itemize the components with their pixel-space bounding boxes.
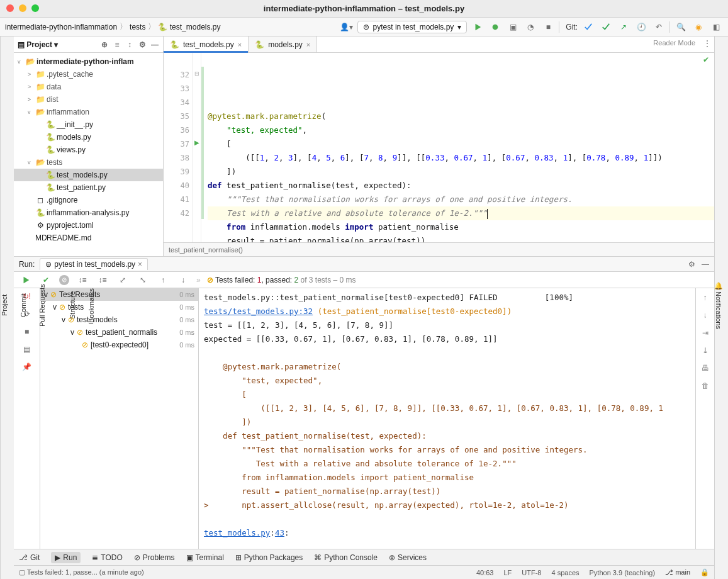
scroll-end-icon[interactable]: ⤓ [702, 346, 708, 355]
breadcrumb-item[interactable]: tests [130, 23, 145, 31]
test-results-tree[interactable]: v⊘Test Results0 msv⊘tests0 msv⊘test_mode… [40, 288, 199, 549]
indent-setting[interactable]: 4 spaces [551, 569, 579, 576]
editor-tab-models[interactable]: 🐍 models.py × [249, 37, 317, 52]
run-panel-tab[interactable]: ⊜ pytest in test_models.py × [40, 258, 148, 270]
close-icon[interactable]: × [138, 260, 142, 269]
interpreter[interactable]: Python 3.9 (teaching) [590, 569, 656, 576]
stop-tests-button[interactable]: ■ [25, 327, 29, 336]
sort-button[interactable]: ↕≡ [76, 273, 89, 287]
toggle-ignored-button[interactable]: ⊘ [59, 275, 69, 285]
run-button[interactable] [471, 20, 484, 34]
tree-row[interactable]: v📂intermediate-python-inflam [14, 55, 163, 68]
profile-button[interactable]: ◔ [524, 20, 537, 34]
tool-services[interactable]: ⊚ Services [389, 553, 427, 562]
tree-row[interactable]: ⚙︎pyproject.toml [14, 219, 163, 232]
breadcrumb-item[interactable]: 🐍 test_models.py [158, 23, 220, 31]
caret-position[interactable]: 40:63 [476, 569, 494, 576]
tree-row[interactable]: MDREADME.md [14, 232, 163, 244]
zoom-icon[interactable] [31, 4, 39, 12]
tool-notifications[interactable]: 🔔 Notifications [715, 279, 723, 332]
hide-icon[interactable]: — [702, 260, 709, 269]
tree-row[interactable]: v📂inflammation [14, 106, 163, 118]
tool-python-console[interactable]: ⌘ Python Console [314, 553, 378, 562]
scroll-up-icon[interactable]: ↑ [703, 293, 707, 302]
ide-update-button[interactable]: ◉ [692, 20, 705, 34]
expand-icon[interactable]: ≡ [113, 40, 121, 49]
scroll-down-icon[interactable]: ↓ [703, 311, 707, 320]
print-icon[interactable]: 🖶 [702, 364, 709, 373]
run-configuration-selector[interactable]: ⊜ pytest in test_models.py ▾ [357, 21, 468, 33]
user-icon[interactable]: 👤▾ [340, 20, 354, 34]
test-tree-row[interactable]: ⊘[test0-expected0]0 ms [40, 339, 198, 351]
tool-pull-requests[interactable]: Pull Requests [38, 281, 46, 329]
breadcrumb-item[interactable]: intermediate-python-inflammation [5, 23, 117, 31]
tool-commit[interactable]: Commit [20, 291, 27, 320]
layout-button[interactable]: ▤ [23, 345, 30, 354]
collapse-icon[interactable]: ↕ [125, 40, 134, 49]
tool-bookmarks[interactable]: Bookmarks [87, 285, 95, 325]
tool-python-packages[interactable]: ⊞ Python Packages [235, 553, 303, 562]
tabs-menu-icon[interactable]: ⋮ [700, 37, 714, 50]
gear-icon[interactable]: ⚙ [138, 40, 147, 49]
tree-row[interactable]: 🐍__init__.py [14, 118, 163, 131]
line-separator[interactable]: LF [503, 569, 512, 576]
tool-problems[interactable]: ⊘ Problems [134, 553, 175, 562]
tree-row[interactable]: 🐍test_patient.py [14, 181, 163, 194]
tool-todo[interactable]: ≣ TODO [92, 553, 122, 562]
close-icon[interactable]: × [238, 41, 242, 48]
vcs-rollback-button[interactable]: ↶ [652, 20, 666, 34]
target-icon[interactable]: ⊕ [100, 40, 109, 49]
close-icon[interactable]: × [306, 41, 310, 48]
tool-terminal[interactable]: ▣ Terminal [186, 553, 224, 562]
soft-wrap-icon[interactable]: ⇥ [702, 329, 708, 337]
collapse-all-button[interactable]: ⤡ [136, 273, 150, 287]
pin-icon[interactable]: 📌 [22, 363, 31, 371]
trash-icon[interactable]: 🗑 [702, 381, 709, 390]
minimize-icon[interactable] [19, 4, 26, 12]
code-with-me-button[interactable]: ◧ [709, 20, 723, 34]
stop-button[interactable]: ■ [541, 20, 555, 34]
tool-project[interactable]: Project [1, 292, 8, 318]
test-tree-row[interactable]: v⊘Test Results0 ms [40, 288, 198, 301]
tree-row[interactable]: 🐍models.py [14, 131, 163, 143]
gear-icon[interactable]: ⚙ [688, 260, 695, 269]
tree-row[interactable]: ◻︎.gitignore [14, 194, 163, 206]
tree-row[interactable]: >📁.pytest_cache [14, 68, 163, 81]
file-encoding[interactable]: UTF-8 [522, 569, 541, 576]
test-tree-row[interactable]: v⊘tests0 ms [40, 301, 198, 313]
lock-icon[interactable]: 🔒 [700, 568, 709, 576]
editor-tab-test-models[interactable]: 🐍 test_models.py × [164, 37, 249, 52]
tree-row[interactable]: 🐍inflammation-analysis.py [14, 206, 163, 219]
coverage-button[interactable]: ▣ [506, 20, 520, 34]
tree-row[interactable]: >📁data [14, 81, 163, 93]
next-fail-button[interactable]: ↓ [176, 273, 190, 287]
tool-run[interactable]: ▶ Run [51, 552, 81, 563]
tree-row[interactable]: v📂tests [14, 156, 163, 169]
close-icon[interactable] [6, 4, 14, 12]
tree-row[interactable]: >📁dist [14, 93, 163, 106]
search-button[interactable]: 🔍 [674, 20, 688, 34]
vcs-history-button[interactable]: 🕘 [634, 20, 648, 34]
project-tree[interactable]: v📂intermediate-python-inflam>📁.pytest_ca… [14, 53, 163, 256]
breadcrumb[interactable]: intermediate-python-inflammation 〉 tests… [5, 21, 221, 32]
git-branch[interactable]: ⎇ main [665, 568, 690, 576]
expand-all-button[interactable]: ⤢ [116, 273, 130, 287]
vcs-commit-button[interactable] [599, 20, 613, 34]
tool-structure[interactable]: Structure [69, 289, 76, 322]
debug-button[interactable] [488, 20, 502, 34]
fold-gutter[interactable]: ⊟▶ [193, 53, 201, 242]
hide-icon[interactable]: — [150, 40, 159, 49]
status-message[interactable]: ▢ Tests failed: 1, passe... (a minute ag… [19, 568, 144, 576]
editor-breadcrumb[interactable]: test_patient_normalise() [164, 242, 714, 256]
reader-mode-label[interactable]: Reader Mode [653, 39, 695, 47]
vcs-push-button[interactable]: ↗ [617, 20, 630, 34]
tree-row[interactable]: 🐍views.py [14, 143, 163, 156]
code-area[interactable]: new * @pytest.mark.parametrize( "test, e… [204, 53, 714, 242]
test-tree-row[interactable]: v⊘test_models0 ms [40, 313, 198, 326]
vcs-update-button[interactable] [581, 20, 595, 34]
test-output[interactable]: test_models.py::test_patient_normalise[t… [199, 288, 695, 549]
sort2-button[interactable]: ↕≡ [96, 273, 109, 287]
tree-row[interactable]: 🐍test_models.py [14, 169, 163, 181]
tool-git[interactable]: ⎇ Git [19, 553, 40, 562]
rerun-button[interactable] [19, 273, 33, 287]
